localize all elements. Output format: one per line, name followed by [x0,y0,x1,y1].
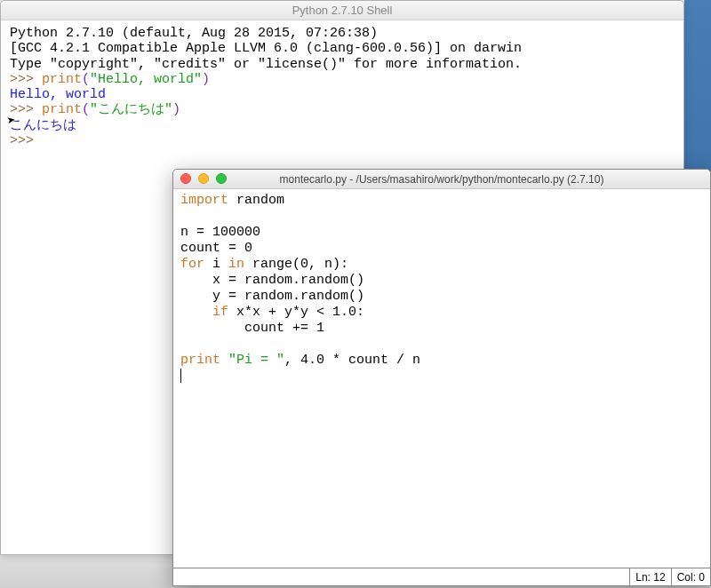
code-keyword: print [42,102,82,117]
code-text: i [204,257,228,272]
code-keyword: print [42,72,82,87]
code-text: , 4.0 * count / n [284,353,420,368]
code-keyword: print [180,353,220,368]
code-text [180,305,212,320]
shell-output: Hello, world [10,87,106,102]
minimize-icon[interactable] [198,173,209,184]
maximize-icon[interactable] [216,173,227,184]
code-paren: ( [82,102,90,117]
code-text: count += 1 [180,321,324,336]
shell-banner-line: [GCC 4.2.1 Compatible Apple LLVM 6.0 (cl… [10,41,522,56]
window-controls [173,173,227,184]
shell-banner-line: Type "copyright", "credits" or "license(… [10,57,522,72]
text-caret-icon [180,369,181,383]
code-text: x*x + y*y < 1.0: [228,305,364,320]
code-paren: ( [82,72,90,87]
shell-prompt: >>> [10,133,42,148]
shell-prompt: >>> [10,72,42,87]
shell-output: こんにちは [10,118,76,133]
code-text: count = 0 [180,241,252,256]
status-line: Ln: 12 [629,568,670,585]
code-text: n = 100000 [180,225,260,240]
shell-banner-line: Python 2.7.10 (default, Aug 28 2015, 07:… [10,26,386,41]
shell-title: Python 2.7.10 Shell [292,4,393,17]
code-paren: ) [172,102,180,117]
shell-body[interactable]: Python 2.7.10 (default, Aug 28 2015, 07:… [1,20,683,154]
code-keyword: in [228,257,244,272]
code-string: "こんにちは" [90,102,172,117]
code-keyword: for [180,257,204,272]
close-icon[interactable] [180,173,191,184]
code-text [220,353,228,368]
code-string: "Pi = " [228,353,284,368]
code-keyword: if [212,305,228,320]
code-keyword: import [180,193,228,208]
code-text: range(0, n): [244,257,348,272]
code-text: random [228,193,284,208]
code-paren: ) [202,72,210,87]
code-text: y = random.random() [180,289,364,304]
editor-window[interactable]: montecarlo.py - /Users/masahiro/work/pyt… [172,169,711,586]
shell-titlebar[interactable]: Python 2.7.10 Shell [1,1,683,20]
code-text: x = random.random() [180,273,364,288]
editor-statusbar: Ln: 12 Col: 0 [173,568,710,585]
editor-titlebar[interactable]: montecarlo.py - /Users/masahiro/work/pyt… [173,170,710,189]
code-string: "Hello, world" [90,72,202,87]
status-col: Col: 0 [671,568,710,585]
editor-title: montecarlo.py - /Users/masahiro/work/pyt… [173,173,710,186]
editor-body[interactable]: import random n = 100000 count = 0 for i… [173,189,710,388]
